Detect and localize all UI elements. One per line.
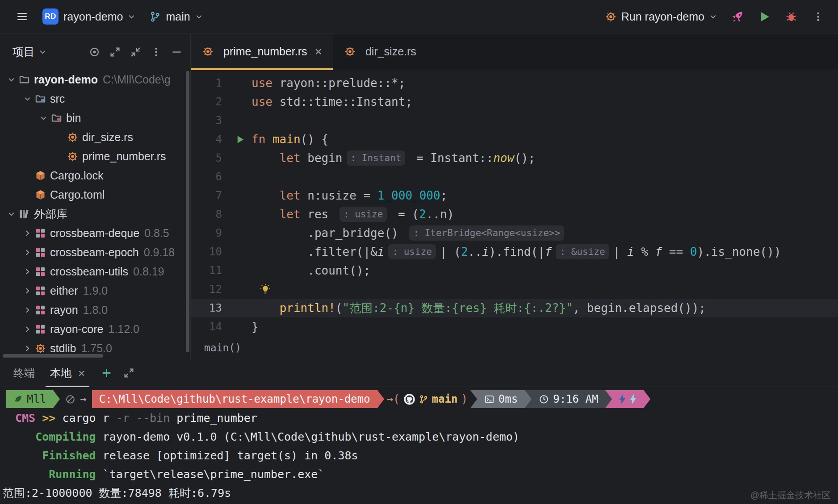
code-line-12[interactable]: 12 xyxy=(191,280,838,299)
chevron-right-icon[interactable] xyxy=(21,325,34,333)
watermark: @稀土掘金技术社区 xyxy=(750,489,831,501)
new-terminal-button[interactable] xyxy=(96,362,117,384)
chevron-down-icon[interactable] xyxy=(4,210,18,218)
tree-item-rayon-core[interactable]: rayon-core1.12.0 xyxy=(0,320,190,339)
collapse-all-button[interactable] xyxy=(125,42,146,62)
code-line-3[interactable]: 3 xyxy=(191,111,838,130)
project-view-selector[interactable]: 项目 xyxy=(8,41,51,63)
select-opened-file-button[interactable] xyxy=(84,42,105,62)
chevron-right-icon[interactable] xyxy=(21,268,34,275)
terminal-lines: CMS >> cargo r -r --bin prime_number Com… xyxy=(0,409,838,503)
tree-item-dir-size.rs[interactable]: dir_size.rs xyxy=(0,128,190,147)
branch-widget[interactable]: main xyxy=(144,6,208,27)
tree-item-外部库[interactable]: 外部库 xyxy=(0,204,190,224)
code-line-10[interactable]: 10 .filter(|&i: usize| (2..i).find(|f: &… xyxy=(191,242,838,261)
gutter-slot xyxy=(228,205,251,224)
tree-item-crossbeam-deque[interactable]: crossbeam-deque0.8.5 xyxy=(0,224,190,243)
project-horizontal-scrollbar[interactable] xyxy=(3,354,103,358)
main-menu-button[interactable] xyxy=(10,4,34,29)
tree-item-suffix: 1.8.0 xyxy=(83,304,108,317)
run-gutter-icon[interactable] xyxy=(235,134,245,145)
project-badge: RD xyxy=(42,8,59,25)
tree-item-prime-number.rs[interactable]: prime_number.rs xyxy=(0,147,190,166)
run-config-widget[interactable]: Run rayon-demo xyxy=(599,6,723,27)
toolbar-right: Run rayon-demo xyxy=(599,4,830,29)
code-token xyxy=(251,149,280,167)
panel-options-button[interactable] xyxy=(146,42,166,62)
project-widget[interactable]: RD rayon-demo xyxy=(37,4,141,29)
tree-item-bin[interactable]: bin xyxy=(0,108,190,128)
terminal-line: Finished release [optimized] target(s) i… xyxy=(0,446,838,465)
tree-item-crossbeam-epoch[interactable]: crossbeam-epoch0.9.18 xyxy=(0,243,190,262)
terminal-tab-local[interactable]: 本地 × xyxy=(42,359,93,387)
code-text: println!("范围:2-{n} 数量:{res} 耗时:{:.2?}", … xyxy=(251,299,706,317)
code-line-5[interactable]: 5 let begin: Instant = Instant::now(); xyxy=(191,149,838,167)
chevron-right-icon[interactable] xyxy=(21,306,34,314)
chevron-down-icon[interactable] xyxy=(4,76,18,83)
intention-bulb-icon[interactable] xyxy=(260,283,271,295)
tree-item-cargo.toml[interactable]: Cargo.toml xyxy=(0,185,190,204)
code-line-6[interactable]: 6 xyxy=(191,167,838,186)
terminal-panel-title[interactable]: 终端 xyxy=(6,359,42,387)
tree-item-rayon-demo[interactable]: rayon-demoC:\Mll\Code\g xyxy=(0,70,190,89)
maximize-terminal-button[interactable] xyxy=(118,362,139,384)
tree-item-suffix: 1.12.0 xyxy=(109,323,140,336)
code-line-2[interactable]: 2use std::time::Instant; xyxy=(191,92,838,111)
code-line-14[interactable]: 14} xyxy=(191,317,838,336)
profiler-button[interactable] xyxy=(725,4,750,29)
run-button[interactable] xyxy=(752,4,776,29)
terminal-output[interactable]: Mll→C:\Mll\Code\github\rust-example\rayo… xyxy=(0,387,838,504)
code-editor[interactable]: 1use rayon::prelude::*;2use std::time::I… xyxy=(191,70,838,337)
chevron-right-icon[interactable] xyxy=(21,249,34,256)
editor-tab-dir_size.rs[interactable]: dir_size.rs xyxy=(333,33,427,70)
code-token: fn xyxy=(251,130,272,149)
code-token: i xyxy=(482,242,489,261)
tree-item-crossbeam-utils[interactable]: crossbeam-utils0.8.19 xyxy=(0,262,190,281)
code-token: .count(); xyxy=(251,261,370,280)
tree-item-label: bin xyxy=(66,112,81,125)
line-number: 12 xyxy=(191,280,228,299)
prompt-time: 9:16 AM xyxy=(553,393,598,405)
tree-item-cargo.lock[interactable]: Cargo.lock xyxy=(0,166,190,185)
package-icon xyxy=(35,247,46,258)
breadcrumb-item[interactable]: main() xyxy=(204,342,241,354)
gutter-slot xyxy=(228,280,251,299)
project-panel: 项目 rayon-demoC:\Mll\Code\gsrcbindir_size… xyxy=(0,33,191,359)
chevron-right-icon[interactable] xyxy=(21,287,34,295)
code-line-11[interactable]: 11 .count(); xyxy=(191,261,838,280)
code-text: use rayon::prelude::*; xyxy=(251,74,405,92)
expand-all-button[interactable] xyxy=(105,42,125,62)
code-line-9[interactable]: 9 .par_bridge() : IterBridge<Range<usize… xyxy=(191,224,838,242)
gutter-slot xyxy=(228,149,251,167)
package-icon xyxy=(35,285,46,296)
code-token xyxy=(251,299,280,317)
code-token: = ( xyxy=(391,205,419,224)
more-actions-button[interactable] xyxy=(806,4,830,29)
debug-button[interactable] xyxy=(779,4,803,29)
code-line-4[interactable]: 4fn main() { xyxy=(191,130,838,149)
powerline-arrow xyxy=(53,390,60,408)
tree-item-either[interactable]: either1.9.0 xyxy=(0,281,190,300)
prompt-status-icons: → xyxy=(65,393,86,405)
close-icon[interactable]: × xyxy=(78,367,85,379)
chevron-down-icon[interactable] xyxy=(37,114,50,122)
tree-item-label: stdlib xyxy=(50,342,76,355)
hide-panel-button[interactable] xyxy=(166,42,187,62)
chevron-right-icon[interactable] xyxy=(21,229,34,237)
code-token: let xyxy=(280,186,308,205)
code-line-8[interactable]: 8 let res : usize = (2..n) xyxy=(191,205,838,224)
tree-item-rayon[interactable]: rayon1.8.0 xyxy=(0,300,190,320)
chevron-down-icon[interactable] xyxy=(21,95,34,103)
circle-slash-icon xyxy=(65,394,75,404)
close-icon[interactable]: × xyxy=(315,46,322,58)
chevron-right-icon[interactable] xyxy=(21,345,34,352)
project-vertical-scrollbar[interactable] xyxy=(186,71,189,352)
code-line-13[interactable]: 13 println!("范围:2-{n} 数量:{res} 耗时:{:.2?}… xyxy=(191,299,838,317)
code-line-1[interactable]: 1use rayon::prelude::*; xyxy=(191,74,838,92)
plus-icon xyxy=(101,367,112,379)
git-paren: →( xyxy=(387,393,400,405)
tree-item-src[interactable]: src xyxy=(0,89,190,108)
terminal-tabbar: 终端 本地 × xyxy=(0,359,838,387)
editor-tab-prime_number.rs[interactable]: prime_number.rs× xyxy=(191,33,333,70)
code-line-7[interactable]: 7 let n:usize = 1_000_000; xyxy=(191,186,838,205)
